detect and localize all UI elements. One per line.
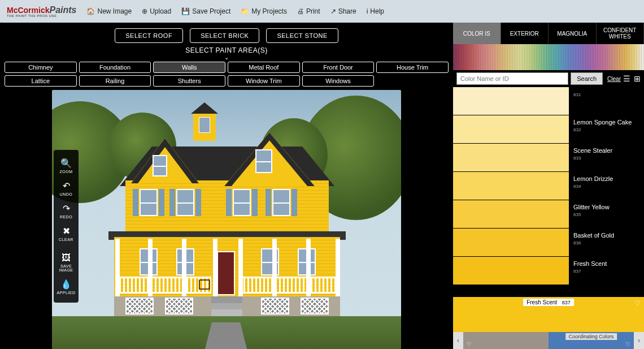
undo-icon: ↶: [54, 180, 79, 191]
logo-text-1: McCormick: [7, 6, 49, 15]
topbar-my-projects[interactable]: 📁My Projects: [241, 7, 287, 15]
tool-zoom[interactable]: 🔍ZOOM: [54, 154, 79, 177]
swatch-row[interactable]: Basket of Gold 836: [453, 229, 644, 257]
search-row: Search Clear ☰ ⊞: [453, 70, 644, 87]
swatch-id: 831: [573, 92, 639, 97]
swatch-name: Basket of Gold: [573, 232, 639, 239]
selected-color[interactable]: Fresh Scent 837 ♡: [453, 297, 644, 332]
area-metal-roof[interactable]: Metal Roof: [228, 62, 300, 73]
color-swatch[interactable]: [453, 229, 569, 256]
area-chimney[interactable]: Chimney: [5, 62, 77, 73]
area-lattice[interactable]: Lattice: [5, 75, 77, 87]
menu-icon: ↗: [330, 7, 336, 15]
house-preview[interactable]: [52, 90, 401, 349]
color-search-input[interactable]: [456, 72, 568, 85]
tab-color-is[interactable]: COLOR IS: [453, 23, 501, 44]
swatch-row[interactable]: Lemon Sponge Cake 832: [453, 115, 644, 144]
tool-applied[interactable]: 💧APPLIED: [54, 275, 79, 298]
area-window-trim[interactable]: Window Trim: [228, 75, 300, 87]
swatch-id: 836: [573, 240, 639, 245]
tool-clear[interactable]: ✖CLEAR: [54, 222, 79, 245]
select-brick-button[interactable]: SELECT BRICK: [190, 28, 259, 43]
canvas-area: SELECT ROOFSELECT BRICKSELECT STONE SELE…: [0, 23, 453, 349]
favorite-icon[interactable]: ♡: [467, 341, 472, 347]
color-swatch[interactable]: [453, 257, 569, 285]
tab-confident-whites[interactable]: CONFIDENT WHITES: [597, 23, 645, 44]
swatch-name: Fresh Scent: [573, 260, 639, 267]
topbar-share[interactable]: ↗Share: [330, 7, 356, 15]
logo-text-2: Paints: [49, 5, 76, 15]
menu-icon: i: [367, 7, 368, 15]
swatch-name: Glitter Yellow: [573, 204, 639, 210]
color-swatch[interactable]: [453, 172, 569, 200]
area-house-trim[interactable]: House Trim: [376, 62, 449, 73]
menu-icon: 🏠: [86, 7, 95, 15]
menu-icon: ⊕: [142, 7, 147, 15]
swatch-id: 833: [573, 156, 639, 161]
swatch-row[interactable]: 831: [453, 87, 644, 115]
redo-icon: ↷: [54, 203, 79, 214]
clear-link[interactable]: Clear: [607, 76, 621, 82]
color-swatch[interactable]: [453, 87, 569, 115]
tab-magnolia[interactable]: MAGNOLIA: [549, 23, 597, 44]
topbar-help[interactable]: iHelp: [367, 7, 384, 15]
area-shutters[interactable]: Shutters: [153, 75, 225, 87]
swatch-row[interactable]: Glitter Yellow 835: [453, 200, 644, 229]
area-windows[interactable]: Windows: [302, 75, 375, 87]
color-swatch[interactable]: [453, 144, 569, 171]
chevron-down-icon[interactable]: ⌄: [0, 54, 453, 61]
area-walls[interactable]: Walls: [153, 62, 225, 73]
topbar-new-image[interactable]: 🏠New Image: [86, 7, 132, 15]
list-view-icon[interactable]: ☰: [623, 74, 630, 83]
tab-exterior[interactable]: EXTERIOR: [501, 23, 549, 44]
zoom-icon: 🔍: [54, 158, 79, 169]
tools-panel: 🔍ZOOM↶UNDO↷REDO✖CLEAR🖼SAVE IMAGE💧APPLIED: [54, 150, 79, 303]
menu-icon: 📁: [241, 7, 249, 15]
grid-view-icon[interactable]: ⊞: [634, 74, 641, 83]
tool-undo[interactable]: ↶UNDO: [54, 177, 79, 200]
area-foundation[interactable]: Foundation: [79, 62, 151, 73]
coord-prev-icon[interactable]: ‹: [453, 332, 463, 349]
tool-redo[interactable]: ↷REDO: [54, 200, 79, 222]
swatch-name: Lemon Sponge Cake: [573, 119, 639, 126]
tool-save-image[interactable]: 🖼SAVE IMAGE: [54, 249, 79, 275]
color-swatch[interactable]: [453, 200, 569, 228]
color-panel: COLOR ISEXTERIORMAGNOLIACONFIDENT WHITES…: [453, 23, 644, 349]
save image-icon: 🖼: [54, 253, 79, 263]
topbar: McCormickPaints THE PAINT THE PROS USE 🏠…: [0, 0, 644, 23]
swatch-id: 837: [573, 269, 639, 274]
color-swatch[interactable]: [453, 115, 569, 143]
area-front-door[interactable]: Front Door: [302, 62, 375, 73]
select-roof-button[interactable]: SELECT ROOF: [115, 28, 183, 43]
swatch-row[interactable]: Scene Stealer 833: [453, 144, 644, 172]
coord-label: Coordinating Colors: [565, 333, 617, 340]
coord-swatch[interactable]: ♡: [463, 332, 549, 349]
search-button[interactable]: Search: [571, 72, 603, 85]
menu-icon: 🖨: [297, 7, 304, 15]
coordinating-colors: ‹ ♡ Coordinating Colors ♡ ›: [453, 332, 644, 349]
swatch-id: 834: [573, 184, 639, 189]
clear-icon: ✖: [54, 226, 79, 236]
coord-swatch[interactable]: Coordinating Colors ♡: [549, 332, 634, 349]
applied-icon: 💧: [54, 279, 79, 290]
topbar-upload[interactable]: ⊕Upload: [142, 7, 171, 15]
topbar-save-project[interactable]: 💾Save Project: [181, 7, 230, 15]
topbar-print[interactable]: 🖨Print: [297, 7, 320, 15]
area-railing[interactable]: Railing: [79, 75, 151, 87]
favorite-icon[interactable]: ♡: [634, 299, 641, 307]
favorite-icon[interactable]: ♡: [625, 341, 630, 347]
swatch-name: Scene Stealer: [573, 147, 639, 154]
selected-label: Fresh Scent 837: [523, 299, 574, 306]
swatch-id: 832: [573, 127, 639, 132]
select-stone-button[interactable]: SELECT STONE: [266, 28, 338, 43]
brand-logo: McCormickPaints THE PAINT THE PROS USE: [7, 5, 76, 18]
swatch-row[interactable]: Fresh Scent 837: [453, 257, 644, 285]
swatch-name: Lemon Drizzle: [573, 175, 639, 182]
color-spectrum[interactable]: [453, 44, 644, 70]
swatch-id: 835: [573, 212, 639, 217]
coord-next-icon[interactable]: ›: [634, 332, 644, 349]
paint-area-label: SELECT PAINT AREA(S) ⌄: [0, 46, 453, 62]
menu-icon: 💾: [181, 7, 190, 15]
swatch-row[interactable]: Lemon Drizzle 834: [453, 172, 644, 200]
